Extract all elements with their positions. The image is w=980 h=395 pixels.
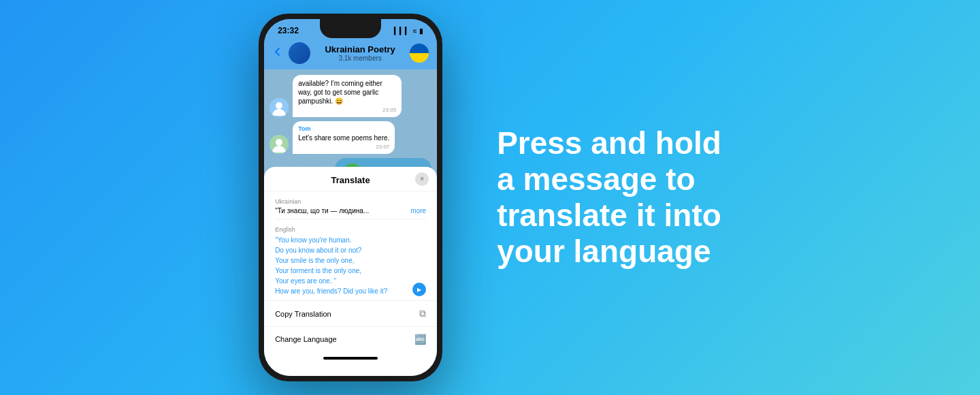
translated-text-row: "You know you're human. Do you know abou…	[275, 235, 426, 296]
chat-header: Ukrainian Poetry 3.1k members	[264, 38, 437, 69]
copy-icon: ⧉	[419, 308, 426, 319]
msg-bubble-2: Tom Let's share some poems here. 23:07	[293, 121, 395, 154]
home-indicator	[264, 351, 437, 365]
avatar-tom	[270, 135, 289, 154]
phone-screen: 23:32 ▎▎▎ ≈ ▮ Ukra	[264, 19, 437, 376]
copy-translation-action[interactable]: Copy Translation ⧉	[264, 300, 437, 326]
change-language-label: Change Language	[275, 335, 337, 343]
signal-icon: ▎▎▎	[394, 27, 410, 35]
more-link[interactable]: more	[410, 207, 426, 215]
msg-time-1: 23:05	[298, 107, 396, 113]
source-section: Ukrainian "Ти знаєш, що ти — людина... m…	[264, 191, 437, 219]
promo-line3: translate it into	[497, 198, 721, 233]
back-button[interactable]	[272, 46, 283, 60]
msg-sender-tom: Tom	[298, 125, 389, 132]
ukraine-flag	[410, 44, 429, 63]
home-bar	[323, 357, 378, 360]
message-row-1: available? I'm coming either way, got to…	[270, 75, 431, 117]
phone-shell: 23:32 ▎▎▎ ≈ ▮ Ukra	[259, 14, 442, 381]
promo-line4: your language	[497, 234, 710, 269]
wifi-icon: ≈	[413, 27, 417, 35]
translation-section: English "You know you're human. Do you k…	[264, 219, 437, 300]
promo-heading: Press and hold a message to translate it…	[497, 125, 721, 270]
promo-line1: Press and hold	[497, 125, 721, 161]
promo-line2: a message to	[497, 161, 695, 197]
original-text-row: "Ти знаєш, що ти — людина... more	[275, 207, 426, 215]
header-info: Ukrainian Poetry 3.1k members	[316, 44, 404, 62]
target-lang-label: English	[275, 226, 426, 233]
modal-close-button[interactable]: ×	[415, 172, 429, 186]
change-language-icon: 🔤	[414, 334, 426, 345]
msg-text-2: Let's share some poems here.	[298, 133, 389, 142]
page-container: 23:32 ▎▎▎ ≈ ▮ Ukra	[0, 0, 980, 395]
members-count: 3.1k members	[316, 54, 404, 62]
play-translated-button[interactable]: ▶	[412, 283, 426, 296]
change-language-action[interactable]: Change Language 🔤	[264, 326, 437, 351]
notch	[320, 19, 381, 38]
msg-time-2: 23:07	[298, 144, 389, 150]
battery-icon: ▮	[419, 27, 423, 35]
translated-text: "You know you're human. Do you know abou…	[275, 235, 387, 296]
chat-area: available? I'm coming either way, got to…	[264, 69, 437, 376]
msg-text-1: available? I'm coming either way, got to…	[298, 79, 396, 106]
avatar-1	[270, 98, 289, 117]
source-lang-label: Ukrainian	[275, 198, 426, 205]
svg-point-3	[276, 139, 282, 146]
copy-translation-label: Copy Translation	[275, 310, 331, 318]
translate-modal: Translate × Ukrainian "Ти знаєш, що ти —…	[264, 167, 437, 376]
promo-text-block: Press and hold a message to translate it…	[497, 125, 721, 270]
channel-avatar	[289, 42, 310, 64]
message-row-2: Tom Let's share some poems here. 23:07	[270, 121, 431, 154]
status-icons: ▎▎▎ ≈ ▮	[394, 27, 424, 35]
channel-name: Ukrainian Poetry	[316, 44, 404, 54]
original-text: "Ти знаєш, що ти — людина...	[275, 207, 369, 215]
status-time: 23:32	[278, 26, 299, 35]
msg-bubble-1: available? I'm coming either way, got to…	[293, 75, 402, 117]
modal-title: Translate	[331, 175, 370, 185]
modal-header: Translate ×	[264, 167, 437, 191]
svg-point-1	[276, 102, 282, 109]
